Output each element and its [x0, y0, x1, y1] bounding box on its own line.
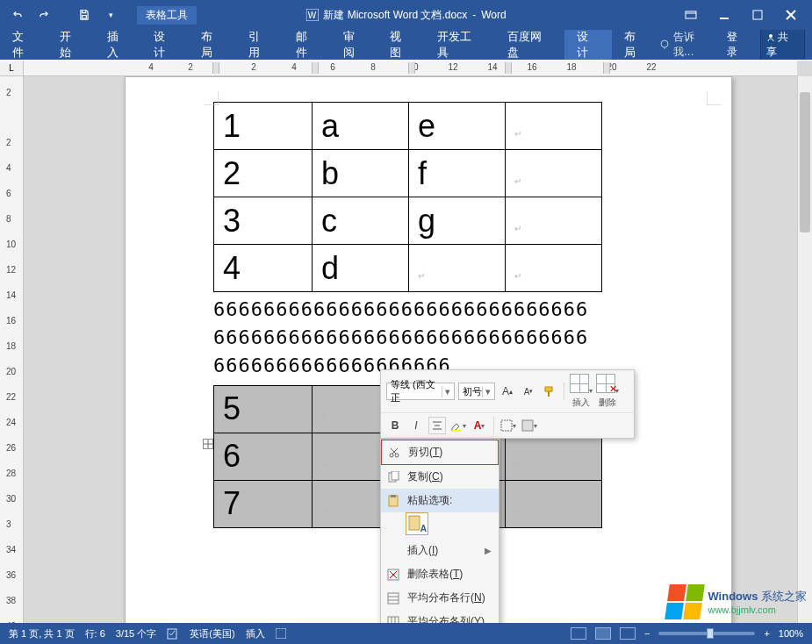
share-button[interactable]: 共享: [760, 27, 805, 62]
table-cell[interactable]: ↵: [506, 197, 602, 245]
font-color-button[interactable]: A▾: [471, 417, 488, 434]
delete-table-split[interactable]: ✕▾ 删除: [596, 374, 619, 409]
tab-home[interactable]: 开始: [47, 30, 95, 60]
table-cell[interactable]: ↵: [506, 150, 602, 197]
menu-item-cut[interactable]: 剪切(T): [381, 440, 499, 465]
maximize-button[interactable]: [745, 5, 770, 25]
close-button[interactable]: [779, 5, 803, 25]
insert-table-split[interactable]: ▾ 插入: [570, 374, 593, 409]
ribbon-display-options-button[interactable]: [679, 5, 703, 25]
vertical-ruler[interactable]: 2 2 4 6 8 10 12 14 16 18 20 22 24 26 28 …: [0, 76, 24, 623]
tab-insert[interactable]: 插入: [95, 30, 142, 60]
tab-layout[interactable]: 布局: [189, 30, 236, 60]
undo-button[interactable]: [7, 4, 28, 25]
tab-file[interactable]: 文件: [0, 30, 47, 60]
table-cell[interactable]: ↵: [506, 103, 602, 150]
table-cell[interactable]: e: [409, 103, 506, 150]
minimize-button[interactable]: [712, 5, 737, 25]
table-row[interactable]: 4 d ↵ ↵: [214, 245, 602, 292]
table-cell[interactable]: ↵: [409, 245, 506, 292]
status-macro[interactable]: [276, 628, 286, 639]
menu-item-copy[interactable]: 复制(C): [381, 465, 499, 489]
tab-baidu[interactable]: 百度网盘: [495, 30, 565, 60]
redo-button[interactable]: [33, 4, 54, 25]
paste-option-keep-source[interactable]: A: [406, 512, 428, 535]
table-cell[interactable]: f: [409, 150, 506, 197]
bold-button[interactable]: B: [386, 417, 404, 434]
tab-review[interactable]: 审阅: [331, 30, 378, 60]
table-cell[interactable]: 1: [214, 103, 313, 150]
menu-item-paste-options[interactable]: 粘贴选项:: [381, 489, 499, 512]
table-row[interactable]: 3 c g ↵: [214, 197, 602, 245]
qat-customize-button[interactable]: ▾: [100, 4, 121, 25]
italic-button[interactable]: I: [407, 417, 425, 434]
login-button[interactable]: 登录: [722, 28, 753, 61]
grow-font-button[interactable]: A▴: [499, 383, 516, 400]
table-cell[interactable]: 3: [214, 197, 313, 245]
tab-table-layout[interactable]: 布局: [612, 30, 659, 60]
table-row[interactable]: 2 b f ↵: [214, 150, 602, 197]
zoom-slider-knob[interactable]: [707, 628, 714, 639]
table-cell[interactable]: 4: [214, 245, 313, 292]
view-read-mode-button[interactable]: [571, 627, 586, 640]
font-size-combo[interactable]: 初号▾: [458, 383, 495, 400]
borders-button[interactable]: ▾: [499, 417, 517, 434]
tab-references[interactable]: 引用: [236, 30, 284, 60]
status-word-count[interactable]: 3/15 个字: [116, 627, 156, 640]
view-web-layout-button[interactable]: [620, 627, 636, 640]
view-print-layout-button[interactable]: [595, 627, 611, 640]
tell-me-search[interactable]: 告诉我…: [659, 30, 715, 60]
tab-table-design[interactable]: 设计: [564, 30, 612, 60]
table-cell[interactable]: ↵: [506, 245, 602, 292]
zoom-level[interactable]: 100%: [779, 628, 803, 639]
menu-item-delete-table[interactable]: 删除表格(T): [381, 562, 499, 586]
table-cell[interactable]: 6: [214, 433, 313, 480]
format-painter-button[interactable]: [541, 383, 558, 400]
vertical-scrollbar[interactable]: [797, 76, 812, 623]
table-cell[interactable]: d: [313, 245, 409, 292]
horizontal-ruler[interactable]: 4 2 2 4 6 8 10 12 14 16 18 20 22: [24, 61, 797, 76]
status-page[interactable]: 第 1 页, 共 1 页: [9, 627, 75, 640]
status-proofing[interactable]: [167, 627, 179, 640]
paragraph-text[interactable]: 6666666666666666666666666666666666666666…: [213, 296, 600, 380]
shading-button[interactable]: ▾: [521, 417, 538, 434]
font-family-combo[interactable]: 等线 (西文正▾: [386, 383, 455, 400]
table-cell[interactable]: ↵: [506, 433, 602, 480]
save-button[interactable]: [74, 4, 95, 25]
ruler-column-marker[interactable]: [212, 62, 219, 74]
tab-view[interactable]: 视图: [377, 30, 425, 60]
table-cell[interactable]: g: [409, 197, 506, 245]
menu-item-insert[interactable]: 插入(I) ▶: [381, 539, 499, 562]
table-cell[interactable]: c: [313, 197, 409, 245]
highlight-button[interactable]: ▾: [449, 417, 467, 434]
table-cell[interactable]: 2: [214, 150, 313, 197]
status-language[interactable]: 英语(美国): [190, 627, 234, 640]
status-insert-mode[interactable]: 插入: [246, 627, 265, 640]
ruler-column-marker[interactable]: [603, 62, 610, 74]
table-cell[interactable]: a: [313, 103, 409, 150]
tab-mailings[interactable]: 邮件: [284, 30, 331, 60]
status-line[interactable]: 行: 6: [85, 627, 105, 640]
ruler-corner[interactable]: L: [0, 61, 24, 76]
zoom-out-button[interactable]: −: [644, 628, 650, 639]
status-bar: 第 1 页, 共 1 页 行: 6 3/15 个字 英语(美国) 插入 − + …: [0, 623, 812, 644]
tab-design[interactable]: 设计: [141, 30, 189, 60]
scrollbar-thumb[interactable]: [800, 92, 810, 233]
ruler-column-marker[interactable]: [408, 62, 415, 74]
zoom-in-button[interactable]: +: [764, 628, 769, 639]
zoom-slider[interactable]: [658, 632, 755, 635]
shrink-font-button[interactable]: A▾: [520, 383, 537, 400]
contextual-tab-label: 表格工具: [137, 6, 197, 25]
menu-item-distribute-rows[interactable]: 平均分布各行(N): [381, 586, 499, 610]
table-1[interactable]: 1 a e ↵ 2 b f ↵ 3 c g ↵: [213, 102, 602, 292]
ruler-column-marker[interactable]: [505, 62, 512, 74]
table-cell[interactable]: b: [313, 150, 409, 197]
ruler-column-marker[interactable]: [312, 62, 319, 74]
table-cell[interactable]: 7: [214, 480, 313, 527]
table-cell[interactable]: ↵: [506, 480, 602, 527]
table-move-handle[interactable]: [203, 439, 213, 449]
align-center-button[interactable]: [428, 417, 446, 434]
table-cell[interactable]: 5: [214, 385, 313, 433]
table-row[interactable]: 1 a e ↵: [214, 103, 602, 150]
tab-developer[interactable]: 开发工具: [425, 30, 495, 60]
